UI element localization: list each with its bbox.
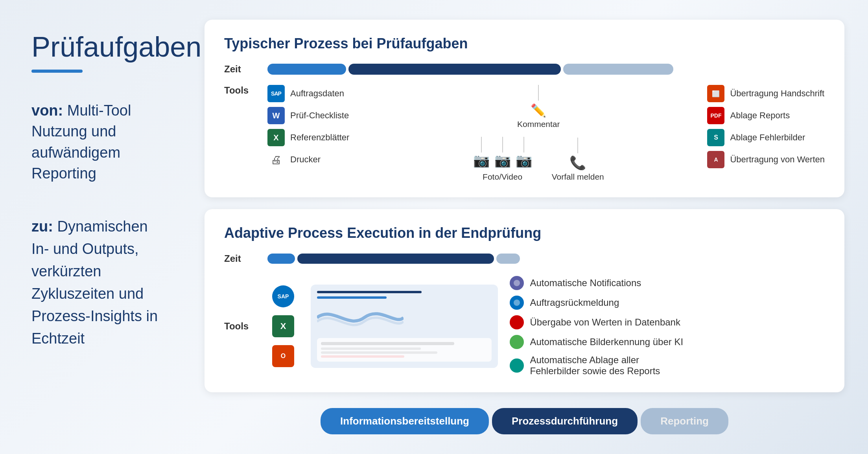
list-item-5-label: Automatische Ablage aller Fehlerbilder s… [530, 355, 684, 377]
title-underline [31, 70, 83, 73]
zu-label: zu: [31, 218, 53, 235]
vorfall-line [577, 138, 578, 153]
sap-icon: SAP [267, 85, 285, 102]
bottom-office365-icon: O [272, 345, 294, 367]
kommentar-group: ✏️ Kommentar [517, 85, 560, 129]
word-icon: W [267, 107, 285, 124]
tool-sharepoint-label: Ablage Fehlerbilder [730, 132, 805, 143]
tool-foto: 📷 📷 📷 [473, 137, 532, 182]
flow-visual [311, 285, 498, 368]
tools-middle: ✏️ Kommentar 📷 [370, 85, 707, 182]
bottom-card-title: Adaptive Process Execution in der Endprü… [224, 225, 825, 241]
teams-dot [510, 276, 524, 290]
phone-icon: 📞 [569, 155, 586, 171]
pencil-icon: ✏️ [531, 103, 546, 118]
kommentar-line [538, 85, 539, 101]
bottom-left-icons: SAP X O [267, 285, 299, 367]
sharepoint-icon: S [707, 129, 724, 146]
zeit-row-bottom: Zeit [224, 253, 825, 264]
tab-reporting[interactable]: Reporting [641, 408, 728, 434]
tool-pdf-label: Ablage Reports [730, 110, 790, 121]
tool-pdf: PDF Ablage Reports [707, 107, 825, 124]
list-item-2-label: Auftragsrückmeldung [530, 297, 619, 308]
list-item-4: Automatische Bilderkennung über KI [510, 335, 684, 349]
list-item-3: Übergabe von Werten in Datenbank [510, 315, 684, 329]
vorfall-label: Vorfall melden [552, 172, 604, 182]
svg-point-0 [514, 280, 520, 286]
tab-prozessdurchfuhrung[interactable]: Prozessdurchführung [492, 408, 638, 434]
von-text: von: Multi-Tool Nutzung und aufwändigem … [31, 100, 165, 184]
list-item-5: Automatische Ablage aller Fehlerbilder s… [510, 355, 684, 377]
bottom-timeline: Zeit Tools SAP [224, 253, 825, 377]
excel-icon: X [267, 129, 285, 146]
zu-block: zu: Dynamischen In- und Outputs, verkürz… [31, 215, 165, 350]
tab-informationsbereitstellung[interactable]: Informationsbereitstellung [321, 408, 489, 434]
kommentar-label: Kommentar [517, 119, 560, 129]
zu-text: zu: Dynamischen In- und Outputs, verkürz… [31, 215, 165, 350]
tools-right: ⬜ Übertragung Handschrift PDF Ablage Rep… [707, 85, 825, 168]
red-dot [510, 315, 524, 329]
camera-icon-3: 📷 [516, 153, 532, 168]
sap-icon-svg [513, 299, 521, 307]
tools-left: SAP Auftragsdaten W Prüf-Checkliste X Re… [267, 85, 370, 168]
time-bars-top [267, 64, 825, 75]
green-dot [510, 335, 524, 349]
tools-label-top: Tools [224, 85, 260, 96]
cameras-group: 📷 📷 📷 [473, 137, 532, 168]
bottom-tabs: Informationsbereitstellung Prozessdurchf… [205, 408, 844, 434]
camera-line-2: 📷 [494, 137, 511, 168]
camera-icon-2: 📷 [494, 153, 511, 168]
foto-label: Foto/Video [483, 172, 522, 182]
tool-kommentar: ✏️ Kommentar [517, 103, 560, 129]
list-item-1: Automatische Notifications [510, 276, 684, 290]
tool-office-label: Übertragung Handschrift [730, 88, 824, 99]
bar-sm-dark [297, 254, 494, 264]
list-item-4-label: Automatische Bilderkennung über KI [530, 336, 684, 347]
vline3 [523, 137, 524, 153]
top-card-title: Typischer Prozess bei Prüfaufgaben [224, 35, 825, 52]
bar-dark [348, 64, 561, 75]
flow-line-dark [317, 291, 422, 293]
tool-printer-label: Drucker [290, 154, 321, 165]
bar-sm-blue [267, 254, 295, 264]
vline1 [481, 137, 482, 153]
teams-icon-svg [513, 279, 521, 287]
zeit-label-top: Zeit [224, 64, 260, 75]
bar-sm-light [496, 254, 520, 264]
tool-sap: SAP Auftragsdaten [267, 85, 370, 102]
printer-icon: 🖨 [267, 151, 285, 168]
zeit-label-bottom: Zeit [224, 253, 260, 264]
tools-row-bottom: Tools SAP X O [224, 276, 825, 377]
bottom-card: Adaptive Process Execution in der Endprü… [205, 209, 844, 392]
tools-label-bottom: Tools [224, 321, 260, 332]
tool-word-label: Prüf-Checkliste [290, 110, 349, 121]
flow-mock-ui [317, 338, 492, 362]
list-item-1-label: Automatische Notifications [530, 278, 641, 289]
access-icon: A [707, 151, 724, 168]
zeit-row-top: Zeit [224, 64, 825, 75]
list-item-3-label: Übergabe von Werten in Datenbank [530, 317, 680, 328]
von-block: von: Multi-Tool Nutzung und aufwändigem … [31, 100, 165, 184]
flow-squiggle-svg [317, 302, 404, 333]
zu-description: Dynamischen In- und Outputs, verkürzten … [31, 218, 158, 347]
time-bars-bottom [267, 254, 825, 264]
tool-printer: 🖨 Drucker [267, 151, 370, 168]
tool-access-label: Übertragung von Werten [730, 154, 825, 165]
tool-sap-label: Auftragsdaten [290, 88, 344, 99]
foto-vorfall-group: 📷 📷 📷 [473, 137, 604, 182]
teal-dot [510, 358, 524, 373]
tools-area-top: SAP Auftragsdaten W Prüf-Checkliste X Re… [267, 85, 825, 182]
right-panel: Typischer Prozess bei Prüfaufgaben Zeit [189, 0, 868, 454]
tool-sharepoint: S Ablage Fehlerbilder [707, 129, 825, 146]
tool-office: ⬜ Übertragung Handschrift [707, 85, 825, 102]
list-item-2: Auftragsrückmeldung [510, 296, 684, 310]
vline2 [502, 137, 503, 153]
tool-excel: X Referenzblätter [267, 129, 370, 146]
tool-word: W Prüf-Checkliste [267, 107, 370, 124]
top-card: Typischer Prozess bei Prüfaufgaben Zeit [205, 20, 844, 197]
page-container: Prüfaufgaben von: Multi-Tool Nutzung und… [0, 0, 868, 454]
pdf-icon: PDF [707, 107, 724, 124]
left-panel: Prüfaufgaben von: Multi-Tool Nutzung und… [0, 0, 189, 454]
svg-point-1 [514, 300, 520, 306]
tool-excel-label: Referenzblätter [290, 132, 349, 143]
